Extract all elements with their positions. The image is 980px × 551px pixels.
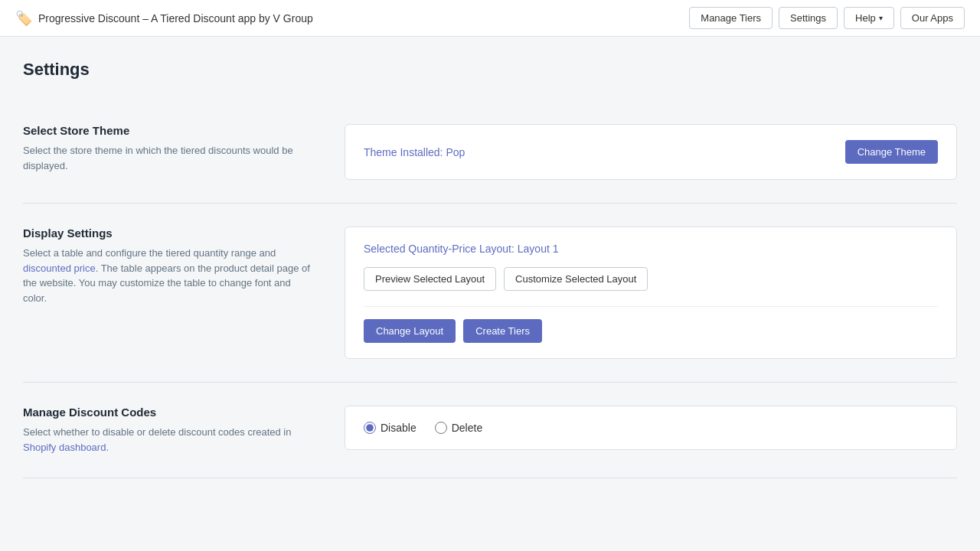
manage-discount-section: Manage Discount Codes Select whether to … <box>23 383 957 478</box>
discount-radio-group: Disable Delete <box>364 422 938 434</box>
layout-preview-buttons: Preview Selected Layout Customize Select… <box>364 267 938 291</box>
theme-installed-label: Theme Installed: Pop <box>364 146 465 158</box>
theme-row: Theme Installed: Pop Change Theme <box>364 140 938 164</box>
settings-button[interactable]: Settings <box>779 7 838 29</box>
discounted-price-link[interactable]: discounted price <box>23 262 96 274</box>
store-theme-left: Select Store Theme Select the store them… <box>23 124 314 173</box>
preview-selected-layout-button[interactable]: Preview Selected Layout <box>364 267 496 291</box>
help-button[interactable]: Help ▾ <box>844 7 894 29</box>
display-settings-title: Display Settings <box>23 227 314 240</box>
delete-radio-label[interactable]: Delete <box>435 422 482 434</box>
delete-radio[interactable] <box>435 422 447 434</box>
display-settings-left: Display Settings Select a table and conf… <box>23 227 314 305</box>
layout-header: Selected Quantity-Price Layout: Layout 1 <box>364 243 938 255</box>
customize-selected-layout-button[interactable]: Customize Selected Layout <box>504 267 648 291</box>
display-settings-card: Selected Quantity-Price Layout: Layout 1… <box>345 227 957 359</box>
main-content: Settings Select Store Theme Select the s… <box>0 37 980 501</box>
store-theme-section: Select Store Theme Select the store them… <box>23 101 957 204</box>
shopify-dashboard-link[interactable]: Shopify dashboard <box>23 442 106 453</box>
theme-value: Pop <box>446 146 465 158</box>
app-logo: 🏷️ Progressive Discount – A Tiered Disco… <box>15 10 689 27</box>
display-settings-section: Display Settings Select a table and conf… <box>23 204 957 383</box>
delete-label: Delete <box>452 422 482 434</box>
create-tiers-button[interactable]: Create Tiers <box>463 319 542 343</box>
action-buttons: Change Layout Create Tiers <box>364 319 938 343</box>
page-title: Settings <box>23 60 957 80</box>
display-settings-description: Select a table and configure the tiered … <box>23 246 314 305</box>
manage-discount-title: Manage Discount Codes <box>23 406 314 419</box>
disable-label: Disable <box>381 422 416 434</box>
layout-value: Layout 1 <box>518 243 559 255</box>
app-header: 🏷️ Progressive Discount – A Tiered Disco… <box>0 0 980 37</box>
store-theme-description: Select the store theme in which the tier… <box>23 143 314 173</box>
manage-discount-card: Disable Delete <box>345 406 957 450</box>
divider <box>364 306 938 307</box>
manage-discount-description: Select whether to disable or delete disc… <box>23 425 314 455</box>
change-layout-button[interactable]: Change Layout <box>364 319 456 343</box>
manage-discount-left: Manage Discount Codes Select whether to … <box>23 406 314 455</box>
our-apps-button[interactable]: Our Apps <box>900 7 965 29</box>
disable-radio-label[interactable]: Disable <box>364 422 416 434</box>
change-theme-button[interactable]: Change Theme <box>845 140 938 164</box>
disable-radio[interactable] <box>364 422 376 434</box>
logo-icon: 🏷️ <box>15 10 32 27</box>
chevron-down-icon: ▾ <box>879 14 883 22</box>
header-nav: Manage Tiers Settings Help ▾ Our Apps <box>689 7 965 29</box>
store-theme-title: Select Store Theme <box>23 124 314 137</box>
manage-tiers-button[interactable]: Manage Tiers <box>689 7 773 29</box>
store-theme-card: Theme Installed: Pop Change Theme <box>345 124 957 180</box>
app-title: Progressive Discount – A Tiered Discount… <box>38 12 313 24</box>
